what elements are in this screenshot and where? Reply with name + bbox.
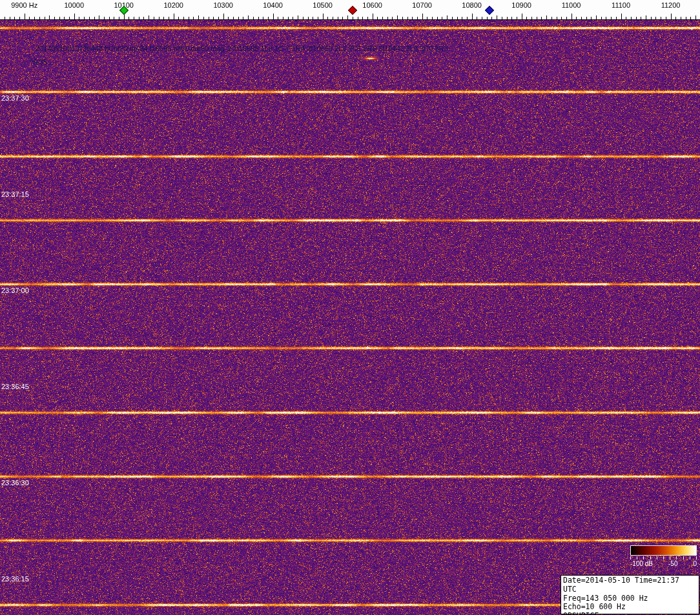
frequency-ruler: 9900 Hz100001010010200103001040010500106… — [0, 0, 700, 20]
intensity-gradient-bar — [630, 545, 697, 556]
legend-label-min: -100 dB — [630, 560, 653, 567]
legend-label-mid: -50 — [668, 560, 677, 567]
time-tick-label-233630: 23:36:30 — [1, 479, 29, 487]
time-tick-label-233615: 23:36:15 — [1, 575, 29, 583]
detection-annotation-text: 20140510213735448 hCnt20 nb-84 f10595 hi… — [36, 45, 448, 52]
info-station-name: OBSUPICE — [563, 612, 697, 615]
freq-tick-label-10400: 10400 — [263, 1, 283, 9]
spectrogram-app: 9900 Hz100001010010200103001040010500106… — [0, 0, 700, 615]
freq-tick-label-11100: 11100 — [612, 1, 630, 9]
info-echo-frequency: Echo=10 600 Hz — [563, 603, 697, 612]
legend-label-row: -100 dB -50 0 — [630, 560, 697, 567]
freq-tick-label-10000: 10000 — [64, 1, 84, 9]
freq-tick-label-10200: 10200 — [163, 1, 183, 9]
freq-tick-label-10800: 10800 — [462, 1, 482, 9]
time-tick-label-233645: 23:36:45 — [1, 383, 29, 390]
intensity-legend: -100 dB -50 0 — [630, 545, 697, 567]
cursor-annotation-text: ^t+35 — [30, 58, 47, 66]
legend-label-max: 0 — [693, 560, 697, 567]
time-tick-label-233715: 23:37:15 — [1, 190, 29, 198]
info-frequency: Freq=143 050 000 Hz — [563, 594, 697, 603]
station-info-box: Date=2014-05-10 Time=21:37 UTC Freq=143 … — [561, 575, 699, 614]
info-date-time: Date=2014-05-10 Time=21:37 UTC — [563, 576, 697, 594]
freq-tick-label-10500: 10500 — [313, 1, 333, 9]
freq-tick-label-10700: 10700 — [412, 1, 432, 9]
spectrogram-waterfall-canvas[interactable] — [0, 20, 700, 615]
freq-tick-label-10300: 10300 — [213, 1, 233, 9]
time-tick-label-233730: 23:37:30 — [1, 94, 29, 102]
freq-tick-label-11000: 11000 — [562, 1, 581, 9]
freq-tick-label-11200: 11200 — [661, 1, 681, 9]
freq-tick-label-9900: 9900 Hz — [11, 1, 37, 9]
time-tick-label-233700: 23:37:00 — [1, 287, 29, 294]
legend-tick-marks — [630, 556, 697, 560]
freq-tick-label-10900: 10900 — [511, 1, 531, 9]
freq-tick-label-10600: 10600 — [362, 1, 382, 9]
